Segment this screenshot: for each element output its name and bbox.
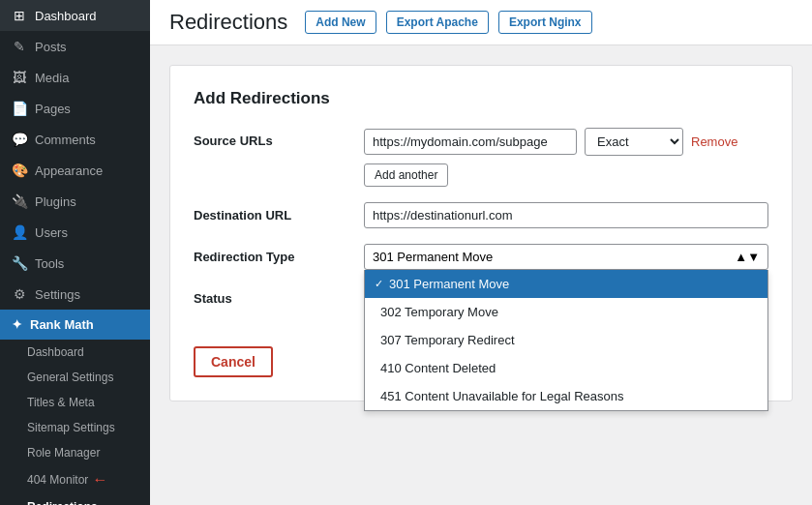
sidebar-item-appearance[interactable]: 🎨 Appearance [0, 155, 150, 186]
sidebar-label-posts: Posts [35, 40, 67, 54]
sidebar-label-dashboard: Dashboard [35, 9, 97, 23]
sidebar-item-posts[interactable]: ✎ Posts [0, 31, 150, 62]
cancel-button[interactable]: Cancel [194, 346, 273, 377]
rank-math-label: Rank Math [30, 317, 94, 332]
submenu-item-404-monitor[interactable]: 404 Monitor ← [0, 465, 150, 494]
option-301-label: 301 Permanent Move [389, 277, 509, 291]
sidebar-label-appearance: Appearance [35, 163, 103, 178]
submenu-item-general-settings[interactable]: General Settings [0, 365, 150, 390]
media-icon: 🖼 [12, 70, 27, 85]
plugins-icon: 🔌 [12, 193, 27, 209]
selected-option-label: 301 Permanent Move [373, 250, 493, 264]
appearance-icon: 🎨 [12, 163, 27, 178]
destination-controls [364, 202, 768, 228]
source-urls-row: Source URLs Exact Contains Starts With E… [194, 128, 768, 187]
sidebar-label-pages: Pages [35, 102, 71, 116]
option-302-label: 302 Temporary Move [380, 305, 498, 319]
dropdown-arrow-icon: ▲▼ [735, 250, 760, 264]
export-apache-button[interactable]: Export Apache [386, 11, 489, 34]
sidebar-label-users: Users [35, 225, 68, 240]
rank-math-icon: ✦ [12, 317, 22, 332]
option-301[interactable]: ✓ 301 Permanent Move [365, 270, 767, 298]
source-url-row: Exact Contains Starts With Ends With Reg… [364, 128, 768, 156]
add-another-button[interactable]: Add another [364, 163, 448, 187]
submenu-item-role-manager[interactable]: Role Manager [0, 440, 150, 465]
sidebar-item-users[interactable]: 👤 Users [0, 217, 150, 248]
sidebar-item-tools[interactable]: 🔧 Tools [0, 248, 150, 279]
destination-url-label: Destination URL [194, 202, 348, 223]
sidebar-label-comments: Comments [35, 133, 96, 147]
comments-icon: 💬 [12, 132, 27, 147]
remove-link[interactable]: Remove [691, 134, 737, 149]
submenu-item-sitemap-settings[interactable]: Sitemap Settings [0, 415, 150, 440]
pages-icon: 📄 [12, 101, 27, 116]
option-410[interactable]: 410 Content Deleted [365, 354, 767, 382]
source-urls-controls: Exact Contains Starts With Ends With Reg… [364, 128, 768, 187]
redirection-type-controls: 301 Permanent Move ▲▼ ✓ 301 Permanent Mo… [364, 244, 768, 270]
redirection-type-row: Redirection Type 301 Permanent Move ▲▼ ✓… [194, 244, 768, 270]
redirection-type-dropdown[interactable]: 301 Permanent Move ▲▼ ✓ 301 Permanent Mo… [364, 244, 768, 270]
sidebar-item-settings[interactable]: ⚙ Settings [0, 279, 150, 310]
add-redirections-card: Add Redirections Source URLs Exact Conta… [169, 65, 793, 401]
submenu-item-redirections[interactable]: Redirections [0, 494, 150, 505]
dropdown-list: ✓ 301 Permanent Move 302 Temporary Move … [364, 270, 768, 411]
sidebar-item-plugins[interactable]: 🔌 Plugins [0, 186, 150, 217]
option-451-label: 451 Content Unavailable for Legal Reason… [380, 389, 624, 403]
export-nginx-button[interactable]: Export Nginx [498, 11, 592, 34]
submenu-item-dashboard[interactable]: Dashboard [0, 340, 150, 365]
tools-icon: 🔧 [12, 255, 27, 271]
option-302[interactable]: 302 Temporary Move [365, 298, 767, 326]
source-url-input[interactable] [364, 129, 577, 155]
destination-url-input[interactable] [364, 202, 768, 228]
users-icon: 👤 [12, 224, 27, 240]
sidebar: ⊞ Dashboard ✎ Posts 🖼 Media 📄 Pages 💬 Co… [0, 0, 150, 505]
submenu-item-titles-meta[interactable]: Titles & Meta [0, 390, 150, 415]
rank-math-submenu: Dashboard General Settings Titles & Meta… [0, 340, 150, 505]
source-urls-label: Source URLs [194, 128, 348, 148]
sidebar-item-rank-math[interactable]: ✦ Rank Math [0, 310, 150, 340]
posts-icon: ✎ [12, 39, 27, 54]
sidebar-item-comments[interactable]: 💬 Comments [0, 124, 150, 155]
redirection-type-label: Redirection Type [194, 244, 348, 264]
sidebar-label-tools: Tools [35, 256, 64, 271]
sidebar-item-pages[interactable]: 📄 Pages [0, 93, 150, 124]
red-arrow-icon: ← [92, 471, 107, 489]
dashboard-icon: ⊞ [12, 8, 27, 23]
sidebar-label-settings: Settings [35, 287, 80, 302]
page-title: Redirections [169, 10, 287, 35]
status-label: Status [194, 285, 348, 306]
card-title: Add Redirections [194, 89, 768, 108]
destination-url-row: Destination URL [194, 202, 768, 228]
main-content: Redirections Add New Export Apache Expor… [150, 0, 812, 505]
add-new-button[interactable]: Add New [305, 11, 376, 34]
content-area: Add Redirections Source URLs Exact Conta… [150, 45, 812, 505]
top-bar: Redirections Add New Export Apache Expor… [150, 0, 812, 45]
settings-icon: ⚙ [12, 286, 27, 302]
match-type-select[interactable]: Exact Contains Starts With Ends With Reg… [585, 128, 683, 156]
option-307-label: 307 Temporary Redirect [380, 333, 515, 347]
option-307[interactable]: 307 Temporary Redirect [365, 326, 767, 354]
sidebar-item-media[interactable]: 🖼 Media [0, 62, 150, 93]
option-451[interactable]: 451 Content Unavailable for Legal Reason… [365, 382, 767, 410]
dropdown-selected-value[interactable]: 301 Permanent Move ▲▼ [364, 244, 768, 270]
check-icon: ✓ [375, 278, 383, 290]
sidebar-label-plugins: Plugins [35, 194, 76, 209]
sidebar-label-media: Media [35, 71, 69, 85]
sidebar-item-dashboard[interactable]: ⊞ Dashboard [0, 0, 150, 31]
option-410-label: 410 Content Deleted [380, 361, 496, 375]
